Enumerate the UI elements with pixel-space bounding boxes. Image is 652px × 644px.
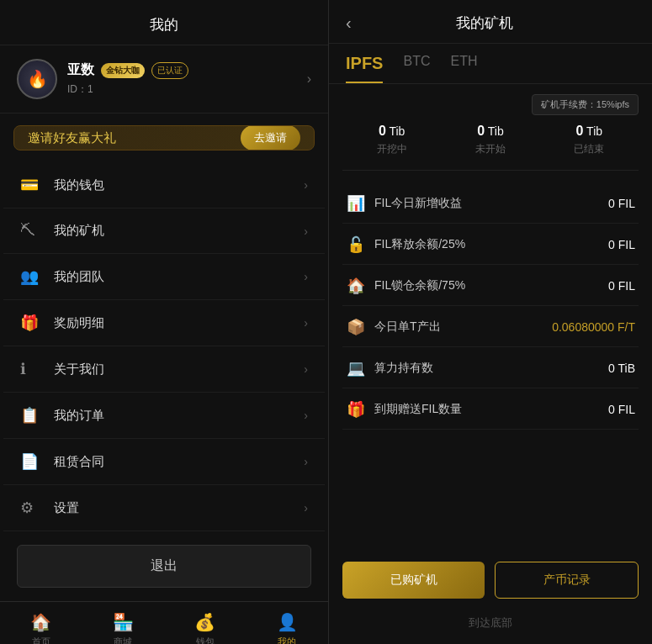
tab-eth[interactable]: ETH xyxy=(450,54,477,83)
menu-chevron-icon: › xyxy=(304,270,308,283)
left-header: 我的 xyxy=(0,0,328,45)
nav-icon: 🏠 xyxy=(30,612,51,632)
info-value: 0 FIL xyxy=(608,238,635,251)
nav-item[interactable]: 🏠 首页 xyxy=(0,609,82,644)
tabs-row: IPFSBTCETH xyxy=(329,44,652,84)
right-title: 我的矿机 xyxy=(360,13,610,33)
info-value: 0 FIL xyxy=(608,197,635,210)
menu-chevron-icon: › xyxy=(304,455,308,468)
menu-label: 我的钱包 xyxy=(54,177,304,193)
chevron-right-icon: › xyxy=(307,71,311,87)
action-row: 已购矿机 产币记录 xyxy=(329,552,652,609)
info-left: 📦 今日单T产出 xyxy=(346,318,441,336)
menu-chevron-icon: › xyxy=(304,362,308,376)
stat-label: 未开始 xyxy=(475,142,506,156)
menu-item[interactable]: ⚙ 设置 › xyxy=(3,485,325,531)
info-row: 📦 今日单T产出 0.06080000 F/T xyxy=(342,308,639,347)
nav-label: 商城 xyxy=(114,636,132,644)
nav-label: 首页 xyxy=(32,636,50,644)
menu-item[interactable]: 📋 我的订单 › xyxy=(3,393,325,439)
info-left: 📊 FIL今日新增收益 xyxy=(346,194,462,213)
left-title: 我的 xyxy=(150,17,178,33)
badge-gold: 金钻大咖 xyxy=(101,63,145,78)
left-panel: 我的 🔥 亚数 金钻大咖 已认证 ID：1 › 邀请好友赢大礼 去邀请 💳 我的… xyxy=(0,0,328,644)
nav-item[interactable]: 💰 钱包 xyxy=(164,609,246,644)
info-row: 🏠 FIL锁仓余额/75% 0 FIL xyxy=(342,267,639,306)
info-left: 🏠 FIL锁仓余额/75% xyxy=(346,277,465,295)
menu-label: 关于我们 xyxy=(54,362,304,377)
menu-item[interactable]: 📄 租赁合同 › xyxy=(3,439,325,485)
invite-banner[interactable]: 邀请好友赢大礼 去邀请 xyxy=(13,125,315,150)
user-info: 亚数 金钻大咖 已认证 ID：1 xyxy=(67,61,307,97)
menu-label: 奖励明细 xyxy=(54,315,304,331)
menu-icon: 📄 xyxy=(20,452,44,471)
info-label: FIL释放余额/25% xyxy=(374,237,465,252)
menu-item[interactable]: ℹ 关于我们 › xyxy=(3,346,325,393)
user-profile[interactable]: 🔥 亚数 金钻大咖 已认证 ID：1 › xyxy=(0,45,328,113)
info-icon: 📦 xyxy=(346,318,366,336)
user-name-row: 亚数 金钻大咖 已认证 xyxy=(67,61,307,79)
info-value: 0 FIL xyxy=(608,403,635,416)
info-left: 💻 算力持有数 xyxy=(346,359,433,377)
nav-item[interactable]: 👤 我的 xyxy=(246,609,329,644)
badge-verified: 已认证 xyxy=(151,62,188,79)
menu-chevron-icon: › xyxy=(304,316,308,330)
right-panel: ‹ 我的矿机 IPFSBTCETH 矿机手续费：15%ipfs 0 Tib 开挖… xyxy=(328,0,652,644)
stat-item: 0 Tib 开挖中 xyxy=(377,124,407,156)
coin-record-button[interactable]: 产币记录 xyxy=(495,562,639,599)
nav-label: 我的 xyxy=(278,636,296,644)
stat-label: 开挖中 xyxy=(377,142,407,156)
info-row: 💻 算力持有数 0 TiB xyxy=(342,349,639,388)
info-row: 🔓 FIL释放余额/25% 0 FIL xyxy=(342,225,639,265)
info-value: 0.06080000 F/T xyxy=(552,320,635,334)
invite-text: 邀请好友赢大礼 xyxy=(28,130,116,146)
avatar: 🔥 xyxy=(17,59,57,99)
menu-icon: 💳 xyxy=(20,176,44,194)
info-row: 🎁 到期赠送FIL数量 0 FIL xyxy=(342,390,639,430)
back-button[interactable]: ‹ xyxy=(346,13,352,33)
menu-label: 我的订单 xyxy=(54,408,304,424)
menu-label: 设置 xyxy=(54,500,304,516)
menu-item[interactable]: 👥 我的团队 › xyxy=(3,254,325,300)
nav-icon: 💰 xyxy=(194,612,215,632)
menu-label: 租赁合同 xyxy=(54,454,304,470)
menu-icon: 🎁 xyxy=(20,314,44,332)
menu-icon: 👥 xyxy=(20,267,44,286)
info-icon: 📊 xyxy=(346,194,366,213)
stats-row: 0 Tib 开挖中 0 Tib 未开始 0 Tib 已结束 xyxy=(342,124,639,171)
info-label: 到期赠送FIL数量 xyxy=(374,402,462,417)
menu-item[interactable]: ⛏ 我的矿机 › xyxy=(3,209,325,254)
nav-item[interactable]: 🏪 商城 xyxy=(82,609,165,644)
info-icon: 🎁 xyxy=(346,400,366,419)
nav-icon: 🏪 xyxy=(113,612,134,632)
menu-label: 我的团队 xyxy=(54,269,304,285)
purchased-miner-button[interactable]: 已购矿机 xyxy=(342,562,485,599)
menu-icon: ℹ xyxy=(20,360,44,378)
stat-value: 0 Tib xyxy=(574,124,604,139)
stat-label: 已结束 xyxy=(574,142,604,156)
stat-item: 0 Tib 已结束 xyxy=(574,124,604,156)
menu-chevron-icon: › xyxy=(304,224,308,238)
fee-label: 矿机手续费：15%ipfs xyxy=(532,94,639,115)
right-header: ‹ 我的矿机 xyxy=(329,0,652,44)
fee-badge: 矿机手续费：15%ipfs xyxy=(342,94,639,115)
invite-button[interactable]: 去邀请 xyxy=(241,125,300,150)
bottom-hint: 到达底部 xyxy=(329,609,652,644)
info-list: 📊 FIL今日新增收益 0 FIL 🔓 FIL释放余额/25% 0 FIL 🏠 … xyxy=(342,184,639,430)
menu-item[interactable]: 💳 我的钱包 › xyxy=(3,162,325,209)
menu-list: 💳 我的钱包 › ⛏ 我的矿机 › 👥 我的团队 › 🎁 奖励明细 › ℹ 关于… xyxy=(0,162,328,531)
menu-icon: ⚙ xyxy=(20,499,44,517)
logout-button[interactable]: 退出 xyxy=(17,545,311,588)
stat-value: 0 Tib xyxy=(377,124,407,139)
nav-label: 钱包 xyxy=(196,636,215,644)
info-row: 📊 FIL今日新增收益 0 FIL xyxy=(342,184,639,224)
stat-item: 0 Tib 未开始 xyxy=(475,124,506,156)
tab-btc[interactable]: BTC xyxy=(403,54,430,83)
menu-item[interactable]: 🎁 奖励明细 › xyxy=(3,300,325,346)
info-value: 0 TiB xyxy=(608,362,635,375)
info-label: 算力持有数 xyxy=(374,361,433,376)
user-id: ID：1 xyxy=(67,82,307,97)
menu-icon: ⛏ xyxy=(20,222,44,240)
info-icon: 🔓 xyxy=(346,235,366,254)
tab-ipfs[interactable]: IPFS xyxy=(346,54,383,83)
